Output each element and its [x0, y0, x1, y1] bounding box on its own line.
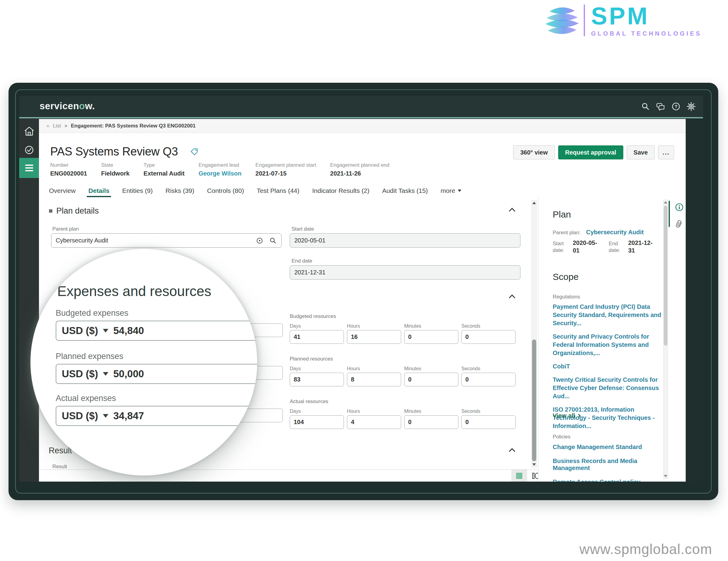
sidebar	[19, 118, 39, 482]
minutes-label: Minutes	[404, 366, 458, 371]
tag-icon[interactable]	[190, 148, 198, 156]
actual-expenses-field[interactable]: USD ($) 34,847	[56, 406, 257, 426]
planned-days-field[interactable]: 83	[290, 373, 344, 386]
breadcrumb-separator: >	[65, 123, 67, 128]
page-title: PAS Systems Review Q3	[50, 145, 178, 158]
collapse-expenses-section-icon[interactable]	[509, 294, 515, 301]
regulation-link[interactable]: Twenty Critical Security Controls for Ef…	[553, 376, 664, 400]
tab-test-plans[interactable]: Test Plans (44)	[257, 184, 299, 198]
tab-more[interactable]: more	[441, 184, 461, 198]
tab-controls[interactable]: Controls (80)	[207, 184, 244, 198]
planned-hours-field[interactable]: 8	[347, 373, 401, 386]
reference-icon[interactable]	[256, 237, 263, 244]
chevron-down-icon	[458, 190, 461, 192]
save-button[interactable]: Save	[627, 146, 655, 160]
sidebar-item-list-active[interactable]	[19, 158, 39, 178]
scroll-up-icon[interactable]	[532, 202, 536, 204]
record-actions: 360° view Request approval Save ...	[513, 146, 674, 160]
servicenow-logo-text: servicen	[40, 101, 79, 111]
actual-hours-field[interactable]: 4	[347, 415, 401, 429]
sidebar-item-home[interactable]	[19, 123, 39, 140]
parent-plan-field[interactable]: Cybersecurity Audit	[51, 233, 282, 248]
regulation-link[interactable]: Security and Privacy Controls for Federa…	[553, 332, 664, 357]
tab-overview[interactable]: Overview	[49, 184, 76, 198]
budgeted-hours-field[interactable]: 16	[347, 330, 401, 344]
search-icon[interactable]	[641, 102, 650, 111]
view-all-link[interactable]: View all	[553, 412, 580, 419]
screen: servicenow. ?	[19, 96, 703, 482]
paperclip-icon[interactable]	[675, 220, 684, 229]
currency-select[interactable]: USD ($)	[62, 368, 98, 380]
panel-scroll-down-icon[interactable]	[664, 475, 667, 477]
regulation-link[interactable]: CobiT	[553, 362, 664, 370]
chevron-right-icon	[577, 414, 581, 418]
budgeted-seconds-field[interactable]: 0	[461, 330, 516, 344]
more-actions-button[interactable]: ...	[658, 146, 674, 160]
policy-link[interactable]: Change Management Standard	[553, 443, 668, 450]
side-panel: Plan Parent plan: Cybersecurity Audit St…	[538, 197, 686, 482]
tab-risks[interactable]: Risks (39)	[166, 184, 194, 198]
panel-start-date-value: 2020-05-01	[573, 239, 603, 254]
panel-scrollbar-thumb[interactable]	[664, 206, 667, 345]
meta-label: State	[101, 162, 129, 168]
meta-value: 2021-11-26	[330, 170, 390, 177]
panel-accent-bar	[669, 201, 670, 227]
actual-expenses-label: Actual expenses	[56, 394, 257, 403]
breadcrumb: ≡ List > Engagement: PAS Systems Review …	[39, 119, 686, 133]
policy-link[interactable]: Business Records and Media Management	[553, 458, 668, 472]
start-date-label: Start date	[292, 226, 314, 232]
actual-seconds-field[interactable]: 0	[461, 415, 516, 429]
info-icon[interactable]	[675, 203, 684, 212]
actual-expenses-value: 34,847	[113, 410, 144, 422]
collapse-result-section-icon[interactable]	[509, 448, 515, 454]
breadcrumb-list-link[interactable]: List	[53, 123, 61, 129]
currency-select[interactable]: USD ($)	[62, 325, 98, 336]
scroll-down-icon[interactable]	[532, 463, 536, 466]
planned-minutes-field[interactable]: 0	[404, 373, 458, 386]
tab-entities[interactable]: Entities (9)	[122, 184, 152, 198]
breadcrumb-menu-icon[interactable]: ≡	[47, 123, 49, 128]
meta-label: Engagement planned start	[255, 162, 316, 168]
sidebar-item-tasks[interactable]	[19, 142, 39, 159]
currency-select[interactable]: USD ($)	[62, 410, 98, 422]
planned-resources-label: Planned resources	[290, 356, 521, 362]
collapse-plan-details-icon[interactable]	[509, 208, 515, 214]
parent-plan-link[interactable]: Cybersecurity Audit	[586, 229, 644, 236]
actual-minutes-field[interactable]: 0	[404, 415, 458, 429]
section-result-title: Result	[49, 446, 72, 455]
budgeted-days-field[interactable]: 41	[290, 330, 344, 344]
budgeted-expenses-field[interactable]: USD ($) 54,840	[56, 321, 257, 341]
view-360-button[interactable]: 360° view	[513, 146, 555, 160]
gear-icon[interactable]	[687, 102, 696, 111]
chevron-down-icon	[103, 372, 108, 376]
actual-days-field[interactable]: 104	[290, 415, 344, 429]
panel-scroll-up-icon[interactable]	[664, 201, 667, 204]
meta-state: State Fieldwork	[101, 162, 129, 177]
section-title: Plan details	[56, 206, 99, 216]
planned-expenses-field[interactable]: USD ($) 50,000	[56, 364, 257, 384]
budgeted-minutes-field[interactable]: 0	[404, 330, 458, 344]
help-icon[interactable]: ?	[671, 102, 681, 111]
planned-expenses-label: Planned expenses	[56, 352, 257, 361]
engagement-lead-link[interactable]: George Wilson	[198, 170, 241, 177]
regulation-link[interactable]: Payment Card Industry (PCI) Data Securit…	[553, 303, 664, 327]
days-label: Days	[290, 366, 344, 371]
tab-details[interactable]: Details	[89, 184, 110, 198]
hours-label: Hours	[347, 408, 401, 414]
spm-logo: SPM GLOBAL TECHNOLOGIES	[544, 2, 709, 39]
servicenow-logo-end: w.	[85, 101, 95, 111]
end-date-field[interactable]: 2021-12-31	[290, 265, 520, 280]
magnified-actual-expenses: Actual expenses USD ($) 34,847	[56, 394, 257, 426]
policy-link[interactable]: Remote Access Control policy	[553, 479, 668, 482]
main-scrollbar-thumb[interactable]	[532, 339, 536, 461]
request-approval-button[interactable]: Request approval	[558, 146, 623, 160]
lookup-search-icon[interactable]	[270, 237, 276, 244]
planned-seconds-field[interactable]: 0	[461, 373, 516, 386]
tab-indicator-results[interactable]: Indicator Results (2)	[312, 184, 369, 198]
grid-view-toggle[interactable]	[511, 470, 527, 482]
header-accent-line	[19, 117, 703, 118]
chat-icon[interactable]	[656, 102, 665, 111]
tab-audit-tasks[interactable]: Audit Tasks (15)	[382, 184, 428, 198]
start-date-field[interactable]: 2020-05-01	[290, 233, 520, 248]
tab-bar: Overview Details Entities (9) Risks (39)…	[39, 184, 686, 198]
